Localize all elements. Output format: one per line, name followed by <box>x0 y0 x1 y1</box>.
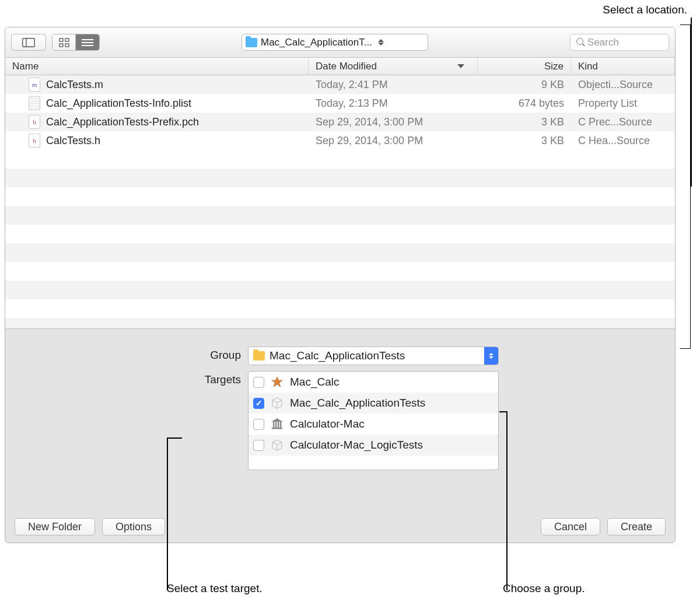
file-size: 674 bytes <box>478 97 571 110</box>
target-icon <box>270 375 284 389</box>
column-header-size[interactable]: Size <box>478 58 571 75</box>
file-date: Today, 2:13 PM <box>309 97 478 110</box>
svg-rect-3 <box>65 38 69 41</box>
folder-icon <box>246 38 257 47</box>
path-label: Mac_Calc_ApplicationT... <box>261 37 372 48</box>
stepper-icon <box>378 39 384 46</box>
annotation-select-location: Select a location. <box>603 4 687 16</box>
target-icon <box>270 396 284 410</box>
annotation-select-target: Select a test target. <box>167 582 262 595</box>
target-icon <box>270 438 284 452</box>
svg-marker-9 <box>272 377 282 387</box>
search-input[interactable] <box>587 37 663 48</box>
group-value: Mac_Calc_ApplicationTests <box>270 349 405 362</box>
path-popup[interactable]: Mac_Calc_ApplicationT... <box>242 34 428 51</box>
target-row[interactable]: Calculator-Mac_LogicTests <box>249 435 498 456</box>
svg-rect-2 <box>60 38 63 41</box>
save-dialog: Mac_Calc_ApplicationT... Name Date Modif… <box>5 27 676 543</box>
column-header-date[interactable]: Date Modified <box>309 58 478 75</box>
sidebar-icon <box>22 38 35 47</box>
file-size: 9 KB <box>478 79 571 91</box>
target-checkbox[interactable] <box>253 398 264 409</box>
file-kind: C Hea...Source <box>571 135 675 147</box>
file-icon: h <box>29 115 40 129</box>
file-row[interactable]: mCalcTests.mToday, 2:41 PM9 KBObjecti...… <box>5 75 675 94</box>
folder-icon <box>253 351 265 360</box>
file-size: 3 KB <box>478 135 571 147</box>
target-icon <box>270 417 284 431</box>
svg-rect-0 <box>23 38 35 47</box>
options-pane: Group Mac_Calc_ApplicationTests Targets … <box>5 328 675 542</box>
file-list-empty-rows <box>5 150 675 328</box>
callout-bracket-location <box>680 24 691 349</box>
svg-rect-14 <box>280 422 281 428</box>
file-name: CalcTests.h <box>46 135 100 147</box>
svg-marker-15 <box>271 418 283 422</box>
file-name: Calc_ApplicationTests-Info.plist <box>46 97 191 110</box>
target-name: Calculator-Mac <box>290 418 365 430</box>
file-kind: Objecti...Source <box>571 79 675 91</box>
file-kind: C Prec...Source <box>571 116 675 128</box>
targets-list: Mac_CalcMac_Calc_ApplicationTestsCalcula… <box>248 371 499 470</box>
target-name: Calculator-Mac_LogicTests <box>290 439 423 452</box>
cancel-button[interactable]: Cancel <box>541 518 600 536</box>
target-row[interactable]: Mac_Calc <box>249 372 498 393</box>
options-button[interactable]: Options <box>102 518 165 536</box>
target-name: Mac_Calc <box>290 376 339 388</box>
target-name: Mac_Calc_ApplicationTests <box>290 397 425 410</box>
grid-icon <box>59 38 69 47</box>
target-checkbox[interactable] <box>253 440 264 451</box>
file-icon: m <box>29 78 40 92</box>
group-label: Group <box>15 346 248 362</box>
group-row: Group Mac_Calc_ApplicationTests <box>15 346 666 365</box>
group-popup[interactable]: Mac_Calc_ApplicationTests <box>248 346 499 365</box>
svg-rect-5 <box>65 44 69 47</box>
column-header-kind[interactable]: Kind <box>571 58 675 75</box>
callout-line-targets-v <box>167 438 168 590</box>
create-button[interactable]: Create <box>607 518 666 536</box>
file-icon <box>29 96 40 110</box>
svg-rect-4 <box>60 44 63 47</box>
file-row[interactable]: hCalc_ApplicationTests-Prefix.pchSep 29,… <box>5 113 675 131</box>
search-field[interactable] <box>570 34 669 51</box>
column-headers: Name Date Modified Size Kind <box>5 58 675 75</box>
target-checkbox[interactable] <box>253 419 264 430</box>
stepper-icon <box>484 347 498 365</box>
annotation-choose-group: Choose a group. <box>503 582 585 595</box>
targets-label: Targets <box>15 371 248 386</box>
view-list-button[interactable] <box>76 34 99 50</box>
sidebar-toggle-button[interactable] <box>11 34 46 51</box>
file-date: Sep 29, 2014, 3:00 PM <box>309 135 478 147</box>
dialog-footer: New Folder Options Cancel Create <box>15 518 666 536</box>
svg-rect-11 <box>273 422 274 428</box>
targets-empty-row <box>249 456 498 470</box>
file-row[interactable]: Calc_ApplicationTests-Info.plistToday, 2… <box>5 94 675 113</box>
file-row[interactable]: hCalcTests.hSep 29, 2014, 3:00 PM3 KBC H… <box>5 131 675 150</box>
dialog-toolbar: Mac_Calc_ApplicationT... <box>5 27 675 58</box>
target-checkbox[interactable] <box>253 377 264 388</box>
targets-row: Targets Mac_CalcMac_Calc_ApplicationTest… <box>15 371 666 470</box>
view-icon-grid-button[interactable] <box>52 34 76 50</box>
view-mode-segmented <box>52 34 100 51</box>
file-list: mCalcTests.mToday, 2:41 PM9 KBObjecti...… <box>5 75 675 150</box>
file-icon: h <box>29 134 40 148</box>
chevron-down-icon <box>457 64 464 68</box>
target-row[interactable]: Mac_Calc_ApplicationTests <box>249 393 498 414</box>
callout-line-location <box>691 18 692 187</box>
list-icon <box>82 38 93 47</box>
callout-line-group-v <box>506 411 508 590</box>
file-kind: Property List <box>571 97 675 110</box>
new-folder-button[interactable]: New Folder <box>15 518 95 536</box>
svg-rect-13 <box>278 422 279 428</box>
file-name: CalcTests.m <box>46 79 103 91</box>
callout-line-targets-h <box>167 438 182 439</box>
column-header-name[interactable]: Name <box>5 58 309 75</box>
file-date: Today, 2:41 PM <box>309 79 478 91</box>
callout-line-group-h <box>499 411 506 412</box>
file-size: 3 KB <box>478 116 571 128</box>
file-date: Sep 29, 2014, 3:00 PM <box>309 116 478 128</box>
svg-rect-12 <box>275 422 276 428</box>
search-icon <box>576 38 584 47</box>
svg-rect-10 <box>272 428 282 429</box>
target-row[interactable]: Calculator-Mac <box>249 414 498 435</box>
